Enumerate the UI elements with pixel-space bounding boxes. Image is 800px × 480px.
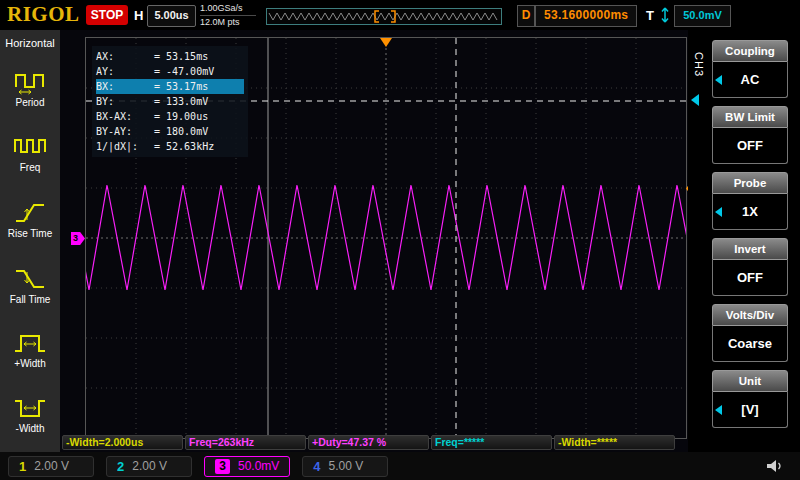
cursor-row-label: BY-AY:	[96, 124, 154, 139]
left-menu-title: Horizontal	[0, 30, 60, 49]
menu-item-label: Rise Time	[8, 228, 52, 239]
period-icon	[13, 69, 47, 95]
channel-2-chip[interactable]: 2 2.00 V	[106, 456, 192, 477]
trigger-position-marker	[380, 38, 392, 47]
cursor-row-label: BX:	[96, 79, 154, 94]
channel-scale: 5.00 V	[329, 459, 364, 473]
brand-logo: RIGOL	[7, 2, 80, 27]
channel-3-offset-marker[interactable]: 3	[71, 232, 85, 245]
cursor-row-label: AY:	[96, 64, 154, 79]
cursor-row-value: = 53.15ms	[154, 49, 208, 64]
timebase-value[interactable]: 5.00us	[147, 5, 196, 27]
menu-item-probe[interactable]: Probe 1X	[712, 172, 788, 230]
cursor-row-value: = 133.0mV	[154, 94, 208, 109]
fall-time-icon	[13, 266, 47, 292]
measurement-slot[interactable]: -Width=*****	[554, 435, 675, 450]
delay-bar-preview[interactable]	[266, 8, 502, 25]
cursor-row-by-ay: BY-AY: = 180.0mV	[96, 124, 244, 139]
cursor-row-label: BX-AX:	[96, 109, 154, 124]
menu-item-title: BW Limit	[712, 106, 788, 128]
run-state-badge[interactable]: STOP	[86, 5, 128, 25]
menu-item-title: Volts/Div	[712, 304, 788, 326]
cursor-row-label: 1/|dX|:	[96, 139, 154, 154]
channel-4-chip[interactable]: 4 5.00 V	[302, 456, 388, 477]
delay-label: D	[517, 5, 535, 27]
channel-status-bar: 1 2.00 V 2 2.00 V 3 50.0mV 4 5.00 V	[0, 452, 800, 480]
select-arrow-icon	[715, 75, 722, 85]
cursor-row-value: = -47.00mV	[154, 64, 214, 79]
channel-3-chip[interactable]: 3 50.0mV	[204, 456, 290, 477]
menu-value-text: OFF	[737, 270, 763, 285]
menu-item-volts-div[interactable]: Volts/Div Coarse	[712, 304, 788, 362]
acquisition-info: 1.00GSa/s 12.0M pts	[200, 3, 256, 28]
sound-icon	[766, 459, 784, 473]
channel-number: 2	[117, 459, 124, 474]
channel-scale: 2.00 V	[34, 459, 69, 473]
preview-trace	[269, 13, 497, 20]
delay-value[interactable]: 53.1600000ms	[535, 5, 637, 27]
menu-item-label: Fall Time	[10, 294, 51, 305]
select-arrow-icon	[715, 405, 722, 415]
rise-time-icon	[13, 200, 47, 226]
cursor-row-value: = 53.17ms	[154, 79, 208, 94]
cursor-row-bx-ax: BX-AX: = 19.00us	[96, 109, 244, 124]
waveform-display-area: AX: = 53.15ms AY: = -47.00mV BX: = 53.17…	[60, 30, 688, 452]
menu-item-fall-time[interactable]: Fall Time	[0, 257, 60, 305]
menu-item-value: OFF	[712, 128, 788, 164]
menu-item-label: +Width	[14, 358, 45, 369]
menu-item-freq[interactable]: Freq	[0, 125, 60, 173]
channel-menu-tab[interactable]: CH3	[693, 52, 705, 77]
cursor-readout-panel: AX: = 53.15ms AY: = -47.00mV BX: = 53.17…	[92, 46, 248, 157]
select-arrow-icon	[715, 207, 722, 217]
menu-item-title: Invert	[712, 238, 788, 260]
top-status-bar: RIGOL STOP H 5.00us 1.00GSa/s 12.0M pts …	[0, 0, 800, 30]
channel-1-chip[interactable]: 1 2.00 V	[8, 456, 94, 477]
measurement-slot[interactable]: -Width=2.000us	[62, 435, 183, 450]
menu-item-title: Probe	[712, 172, 788, 194]
menu-item-title: Unit	[712, 370, 788, 392]
cursor-row-by: BY: = 133.0mV	[96, 94, 244, 109]
measurement-slot[interactable]: +Duty=47.37 %	[308, 435, 429, 450]
menu-item-label: -Width	[16, 423, 45, 434]
menu-item-rise-time[interactable]: Rise Time	[0, 191, 60, 239]
delay-bar-svg	[267, 10, 499, 23]
menu-item-bw-limit[interactable]: BW Limit OFF	[712, 106, 788, 164]
trigger-level-value[interactable]: 50.0mV	[674, 5, 731, 27]
menu-item-value: [V]	[712, 392, 788, 428]
channel-number: 3	[215, 459, 230, 474]
cursor-row-ay: AY: = -47.00mV	[96, 64, 244, 79]
menu-item-value: OFF	[712, 260, 788, 296]
menu-item-plus-width[interactable]: +Width	[0, 321, 60, 369]
menu-page-arrow-icon	[691, 94, 699, 106]
trigger-label: T	[646, 8, 654, 23]
minus-width-icon	[13, 395, 47, 421]
menu-value-text: AC	[741, 72, 760, 87]
measurement-slot[interactable]: Freq=*****	[431, 435, 552, 450]
menu-item-minus-width[interactable]: -Width	[0, 386, 60, 434]
menu-item-value: AC	[712, 62, 788, 98]
cursor-row-value: = 19.00us	[154, 109, 208, 124]
cursor-row-label: BY:	[96, 94, 154, 109]
channel-number: 4	[313, 459, 320, 474]
cursor-row-bx: BX: = 53.17ms	[96, 79, 244, 94]
menu-item-unit[interactable]: Unit [V]	[712, 370, 788, 428]
menu-value-text: OFF	[737, 138, 763, 153]
menu-item-value: 1X	[712, 194, 788, 230]
channel-number: 1	[19, 459, 26, 474]
memory-depth: 12.0M pts	[200, 17, 256, 28]
menu-item-coupling[interactable]: Coupling AC	[712, 40, 788, 98]
freq-icon	[13, 134, 47, 160]
menu-item-value: Coarse	[712, 326, 788, 362]
measurement-slot[interactable]: Freq=263kHz	[185, 435, 306, 450]
menu-item-label: Freq	[20, 162, 41, 173]
menu-value-text: Coarse	[728, 336, 772, 351]
channel-scale: 2.00 V	[132, 459, 167, 473]
menu-item-invert[interactable]: Invert OFF	[712, 238, 788, 296]
measurement-bar: -Width=2.000us Freq=263kHz +Duty=47.37 %…	[62, 435, 679, 450]
channel-menu: CH3 Coupling AC BW Limit OFF Probe 1X In…	[688, 30, 800, 452]
menu-value-text: [V]	[741, 402, 758, 417]
menu-value-text: 1X	[742, 204, 758, 219]
plus-width-icon	[13, 330, 47, 356]
horizontal-measure-menu: Horizontal Period Freq Rise Time Fall Ti…	[0, 30, 60, 452]
menu-item-period[interactable]: Period	[0, 60, 60, 108]
